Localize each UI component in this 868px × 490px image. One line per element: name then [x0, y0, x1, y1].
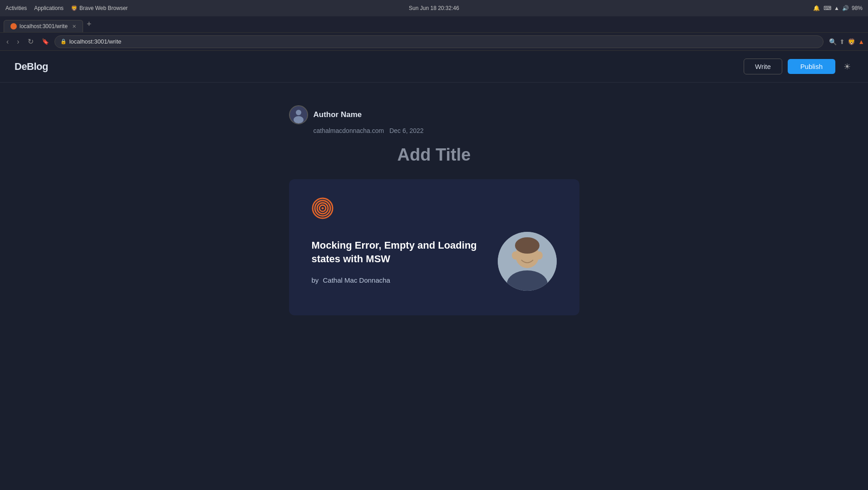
brave-icon: 🦁: [71, 5, 78, 11]
card-author-name: Cathal Mac Donnacha: [323, 276, 390, 284]
card-author-photo: [498, 232, 557, 291]
applications-label[interactable]: Applications: [34, 5, 64, 11]
tab-favicon: [10, 23, 17, 29]
header-actions: Write Publish ☀: [744, 59, 853, 74]
author-meta: cathalmacdonnacha.com Dec 6, 2022: [289, 127, 579, 134]
new-tab-button[interactable]: +: [83, 20, 95, 29]
card-author-line: by Cathal Mac Donnacha: [312, 276, 489, 284]
bookmark-button[interactable]: 🔖: [39, 36, 52, 47]
card-article-title: Mocking Error, Empty and Loading states …: [312, 239, 489, 265]
tab-close-button[interactable]: ✕: [72, 24, 76, 29]
app-logo: DeBlog: [15, 61, 48, 73]
tray-area: ⌨ ▲ 🔊 98%: [824, 5, 863, 11]
rewards-button[interactable]: ▲: [858, 38, 864, 45]
spiral-icon: [312, 197, 557, 221]
nav-bar: ‹ › ↻ 🔖 🔒 localhost:3001/write 🔍 ⬆ 🦁 ▲: [0, 33, 868, 51]
back-button[interactable]: ‹: [4, 36, 11, 48]
svg-point-2: [294, 116, 304, 123]
write-button[interactable]: Write: [744, 59, 782, 74]
wifi-icon: ▲: [834, 5, 839, 11]
post-title-placeholder[interactable]: Add Title: [289, 145, 579, 165]
activities-label[interactable]: Activities: [5, 5, 27, 11]
preview-card: Mocking Error, Empty and Loading states …: [289, 179, 579, 315]
author-date: Dec 6, 2022: [389, 127, 424, 134]
reload-button[interactable]: ↻: [25, 35, 36, 48]
app-header: DeBlog Write Publish ☀: [0, 51, 868, 83]
forward-button[interactable]: ›: [14, 36, 22, 48]
card-content-row: Mocking Error, Empty and Loading states …: [312, 232, 557, 291]
avatar: [289, 105, 308, 124]
svg-point-10: [515, 237, 539, 254]
active-tab[interactable]: localhost:3001/write ✕: [4, 20, 83, 32]
battery-label: 98%: [852, 5, 863, 11]
svg-point-7: [321, 207, 324, 210]
author-website: cathalmacdonnacha.com: [314, 127, 384, 134]
lock-icon: 🔒: [60, 39, 67, 44]
svg-point-12: [536, 251, 543, 260]
os-bar: Activities Applications 🦁 Brave Web Brow…: [0, 0, 868, 16]
author-row: Author Name: [289, 105, 579, 124]
browser-name: 🦁 Brave Web Browser: [71, 5, 128, 11]
browser-actions: 🔍 ⬆ 🦁 ▲: [829, 38, 864, 45]
notification-icon: 🔔: [813, 5, 820, 11]
share-button[interactable]: ⬆: [839, 38, 845, 45]
card-author-prefix: by: [312, 276, 319, 284]
speaker-icon: 🔊: [842, 5, 849, 11]
tab-title: localhost:3001/write: [20, 23, 68, 29]
keyboard-icon: ⌨: [824, 5, 831, 11]
title-area: Add Title: [289, 145, 579, 165]
svg-point-11: [512, 251, 518, 260]
card-text: Mocking Error, Empty and Loading states …: [312, 239, 489, 284]
theme-toggle-button[interactable]: ☀: [841, 59, 853, 74]
author-section: Author Name cathalmacdonnacha.com Dec 6,…: [289, 105, 579, 134]
main-content: Author Name cathalmacdonnacha.com Dec 6,…: [280, 105, 588, 315]
svg-point-1: [296, 110, 301, 115]
datetime-display: Sun Jun 18 20:32:46: [409, 5, 459, 11]
publish-button[interactable]: Publish: [788, 59, 835, 74]
tab-bar: localhost:3001/write ✕ +: [0, 16, 868, 33]
author-name: Author Name: [314, 110, 362, 119]
zoom-button[interactable]: 🔍: [829, 38, 837, 45]
shields-button[interactable]: 🦁: [848, 38, 855, 45]
url-bar[interactable]: 🔒 localhost:3001/write: [54, 35, 824, 48]
url-text: localhost:3001/write: [69, 38, 122, 45]
